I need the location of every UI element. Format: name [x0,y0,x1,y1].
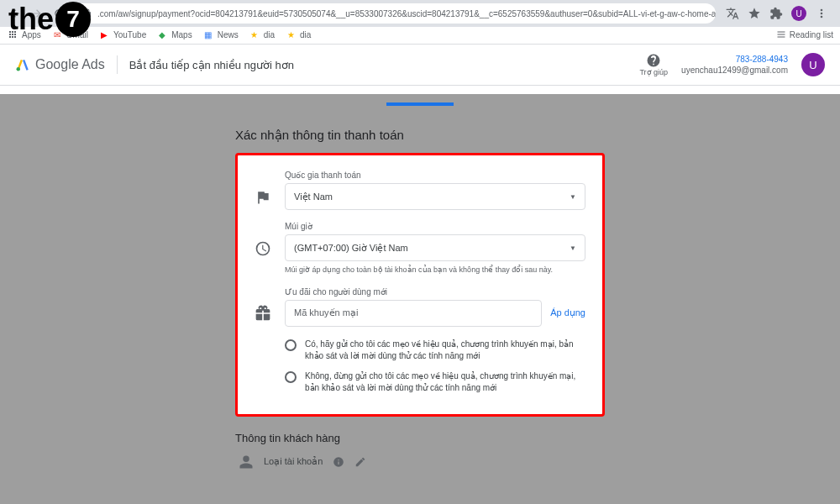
caret-down-icon: ▼ [570,193,576,201]
watermark-text: the [8,2,54,37]
timezone-label: Múi giờ [285,222,585,231]
caret-down-icon: ▼ [570,244,576,252]
url-bar[interactable]: .com/aw/signup/payment?ocid=804213791&eu… [72,3,716,24]
bookmark-maps[interactable]: ◆Maps [156,29,192,40]
google-ads-logo[interactable]: Google Ads [15,57,105,72]
timezone-value: (GMT+07:00) Giờ Việt Nam [294,243,408,254]
timezone-hint: Múi giờ áp dụng cho toàn bộ tài khoản củ… [285,265,585,276]
country-value: Việt Nam [294,192,333,202]
translate-icon[interactable] [726,7,739,20]
help-button[interactable]: Trợ giúp [639,53,668,76]
google-ads-icon [15,57,30,72]
ads-header: Google Ads Bắt đầu tiếp cận nhiều người … [0,45,840,86]
apply-button[interactable]: Áp dụng [550,307,585,318]
bookmark-news[interactable]: ▦News [202,29,239,40]
kebab-menu-icon[interactable] [815,7,828,20]
radio-opt-in-yes[interactable]: Có, hãy gửi cho tôi các mẹo về hiệu quả,… [285,339,585,362]
section-title: Xác nhận thông tin thanh toán [235,128,605,143]
payment-form-card: Quốc gia thanh toán Việt Nam ▼ Múi giờ (… [235,153,605,417]
country-label: Quốc gia thanh toán [285,171,585,180]
account-type-label: Loại tài khoản [264,456,323,467]
star-icon[interactable] [748,7,761,20]
news-icon: ▦ [202,29,214,40]
radio-opt-in-no[interactable]: Không, đừng gửi cho tôi các mẹo về hiệu … [285,370,585,394]
progress-indicator [386,102,454,106]
bookmarks-bar: Apps ✉Gmail ▶YouTube ◆Maps ▦News ★dia ★d… [0,27,840,45]
header-subtitle: Bắt đầu tiếp cận nhiều người hơn [129,59,294,71]
header-divider [117,55,118,74]
header-phone: 783-288-4943 [681,54,788,65]
radio-label-yes: Có, hãy gửi cho tôi các mẹo về hiệu quả,… [305,339,585,362]
timezone-select[interactable]: (GMT+07:00) Giờ Việt Nam ▼ [285,234,585,261]
url-text: .com/aw/signup/payment?ocid=804213791&eu… [97,9,716,18]
edit-icon[interactable] [354,456,366,468]
dia-icon: ★ [249,29,260,40]
header-email: uyenchau12499@gmail.com [681,65,788,76]
radio-icon [285,371,297,383]
country-select[interactable]: Việt Nam ▼ [285,183,585,210]
extensions-icon[interactable] [769,7,783,20]
info-icon[interactable] [333,456,344,468]
logo-text: Google Ads [35,57,105,72]
watermark-digit: 7 [55,2,91,37]
youtube-icon: ▶ [98,29,110,40]
bookmark-dia-2[interactable]: ★dia [285,29,311,40]
promo-section-label: Ưu đãi cho người dùng mới [285,287,585,297]
reading-list-icon [776,29,786,39]
reading-list[interactable]: Reading list [776,29,833,39]
bookmark-youtube[interactable]: ▶YouTube [98,29,146,40]
gift-icon [255,305,271,322]
customer-info-title: Thông tin khách hàng [235,432,605,444]
maps-icon: ◆ [156,29,168,40]
person-icon [239,454,254,470]
help-icon [646,53,661,68]
clock-icon [255,240,271,257]
dia-icon: ★ [285,29,297,40]
radio-label-no: Không, đừng gửi cho tôi các mẹo về hiệu … [305,370,585,394]
browser-avatar[interactable]: U [791,6,806,21]
flag-icon [255,189,271,206]
watermark-logo: the 7 [8,2,91,37]
browser-chrome: .com/aw/signup/payment?ocid=804213791&eu… [0,0,840,45]
promo-code-input[interactable]: Mã khuyến mại [285,300,542,327]
bookmark-dia-1[interactable]: ★dia [249,29,275,40]
header-avatar[interactable]: U [801,53,825,76]
radio-icon [285,339,297,351]
account-info[interactable]: 783-288-4943 uyenchau12499@gmail.com [681,54,788,76]
svg-point-0 [17,67,21,71]
account-type-row: Loại tài khoản [235,454,605,470]
